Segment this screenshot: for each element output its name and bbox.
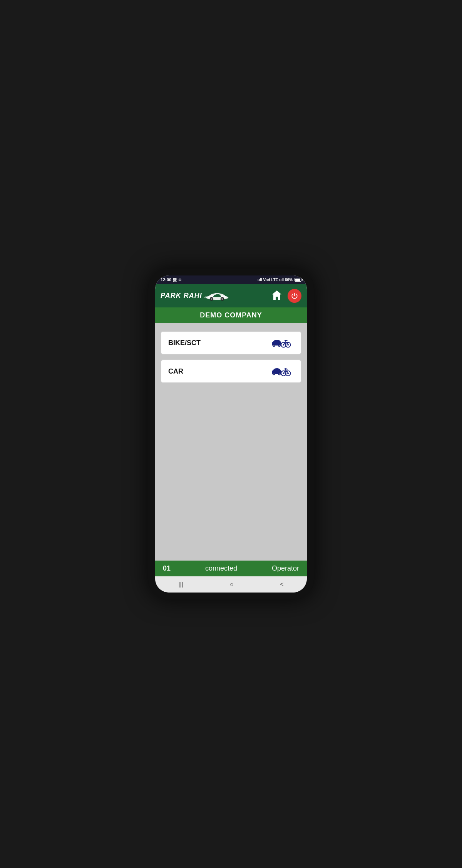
status-left: 12:00 🖼 ⊕	[161, 277, 181, 282]
svg-point-2	[211, 298, 213, 300]
back-icon: <	[280, 581, 283, 588]
svg-rect-27	[285, 368, 286, 369]
nav-menu-button[interactable]: |||	[174, 579, 187, 589]
screen-icon: 🖼	[173, 278, 177, 282]
status-bar: 12:00 🖼 ⊕ ull Vod LTE ull 86%	[155, 275, 307, 284]
signal-text: ull Vod LTE ull	[258, 278, 284, 282]
nav-home-button[interactable]: ○	[225, 579, 238, 589]
svg-point-22	[279, 373, 280, 374]
home-icon	[271, 289, 283, 301]
time-display: 12:00	[161, 277, 171, 282]
car-label: CAR	[168, 367, 183, 376]
status-right: ull Vod LTE ull 86%	[258, 278, 301, 282]
battery-text: 86%	[285, 278, 293, 282]
bike-label: BIKE/SCT	[168, 339, 201, 347]
logo-area: PARK RAHI	[161, 290, 231, 302]
logo-text: PARK RAHI	[161, 292, 202, 300]
svg-point-20	[273, 373, 275, 374]
logo-car-icon	[204, 290, 231, 302]
phone-shell: 12:00 🖼 ⊕ ull Vod LTE ull 86% PARK RAHI	[148, 269, 314, 599]
nav-back-button[interactable]: <	[275, 579, 288, 589]
battery-icon	[295, 278, 301, 282]
svg-point-12	[279, 345, 280, 346]
svg-point-10	[273, 345, 275, 346]
bike-icon-group	[271, 337, 294, 349]
circle-icon: ⊕	[178, 278, 181, 282]
svg-point-4	[221, 298, 223, 300]
connection-status: connected	[205, 564, 237, 573]
vehicle-option-car[interactable]: CAR	[161, 359, 301, 383]
bottom-status-bar: 01 connected Operator	[155, 561, 307, 576]
car-icon-group	[271, 366, 294, 377]
power-button[interactable]	[288, 289, 301, 303]
svg-rect-17	[285, 340, 286, 341]
bike-car-combo-icon	[271, 337, 294, 349]
svg-marker-7	[272, 290, 281, 300]
company-name: DEMO COMPANY	[200, 311, 262, 319]
operator-role: Operator	[272, 564, 299, 573]
home-button[interactable]	[269, 288, 285, 304]
android-nav-bar: ||| ○ <	[155, 576, 307, 593]
company-banner: DEMO COMPANY	[155, 307, 307, 323]
vehicle-option-bike[interactable]: BIKE/SCT	[161, 331, 301, 355]
menu-icon: |||	[178, 581, 183, 588]
main-content: BIKE/SCT	[155, 323, 307, 561]
car-combo-icon	[271, 366, 294, 377]
header-icons	[269, 288, 301, 304]
status-id: 01	[163, 564, 171, 573]
app-header: PARK RAHI	[155, 284, 307, 307]
circle-home-icon: ○	[230, 581, 234, 588]
phone-screen: 12:00 🖼 ⊕ ull Vod LTE ull 86% PARK RAHI	[155, 275, 307, 593]
power-icon	[291, 292, 298, 300]
